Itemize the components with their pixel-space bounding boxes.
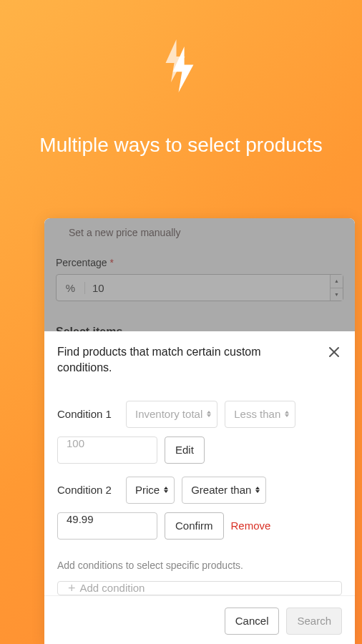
condition-1-edit-button[interactable]: Edit [165,436,205,464]
modal-title: Find products that match certain custom … [57,344,326,376]
condition-2-confirm-button[interactable]: Confirm [165,512,224,540]
condition-1-value-input[interactable]: 100 [57,436,157,464]
background-form: Set a new price manually Percentage * % … [44,218,355,331]
condition-2-field-select[interactable]: Price [126,477,175,504]
close-button[interactable] [326,344,342,360]
percent-prefix: % [57,282,85,294]
cancel-button[interactable]: Cancel [225,608,280,635]
percentage-input[interactable]: % 10 ▲ ▼ [56,274,343,301]
condition-2-value-input[interactable]: 49.99 [57,512,157,540]
add-condition-button[interactable]: + Add condition [57,581,342,595]
lightning-icon [156,43,206,107]
condition-2-remove-link[interactable]: Remove [231,519,271,532]
sort-icon [207,411,211,417]
sort-icon [164,487,168,493]
search-button[interactable]: Search [286,608,342,635]
condition-1-operator-select[interactable]: Less than [225,401,295,428]
close-icon [328,346,341,358]
conditions-modal: Find products that match certain custom … [44,331,355,644]
page-title: Multiple ways to select products [0,132,362,159]
percentage-value: 10 [85,282,104,294]
stepper-up-icon[interactable]: ▲ [331,275,343,288]
percentage-label: Percentage * [56,257,343,268]
condition-2-label: Condition 2 [57,484,119,496]
condition-1-label: Condition 1 [57,408,119,420]
helper-text: Add conditions to select specific produc… [44,560,355,571]
condition-1-field-select[interactable]: Inventory total [126,401,217,428]
sort-icon [255,487,260,493]
condition-2-operator-select[interactable]: Greater than [182,477,266,504]
plus-icon: + [68,582,76,595]
manual-price-label: Set a new price manually [56,227,343,238]
stepper-down-icon[interactable]: ▼ [331,288,343,301]
sort-icon [285,411,289,417]
